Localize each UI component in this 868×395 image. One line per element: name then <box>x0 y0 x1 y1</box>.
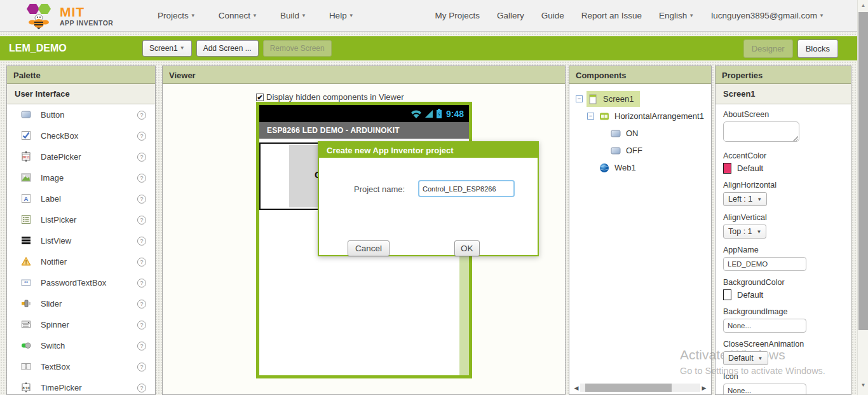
scroll-down-icon[interactable]: ▼ <box>858 382 868 388</box>
tree-node-on[interactable]: ON <box>573 125 709 142</box>
link-gallery[interactable]: Gallery <box>497 11 524 20</box>
help-icon[interactable]: ? <box>137 216 146 225</box>
tree-node-off[interactable]: OFF <box>573 142 709 159</box>
tree-node-web1[interactable]: Web1 <box>573 159 709 176</box>
help-icon[interactable]: ? <box>137 279 146 288</box>
scroll-right-icon[interactable]: ▶ <box>700 385 708 391</box>
image-icon <box>21 172 32 183</box>
palette-item-label[interactable]: ALabel? <box>7 188 155 209</box>
tree-node-horizontalarrangement1[interactable]: −HorizontalArrangement1 <box>573 107 709 125</box>
chevron-down-icon: ▼ <box>758 356 763 361</box>
palette-item-slider[interactable]: Slider? <box>7 293 155 314</box>
color-swatch[interactable] <box>723 289 731 300</box>
palette-item-listpicker[interactable]: ListPicker? <box>7 209 155 230</box>
palette-item-checkbox[interactable]: CheckBox? <box>7 125 155 146</box>
link-my-projects[interactable]: My Projects <box>435 11 480 20</box>
help-icon[interactable]: ? <box>137 384 146 392</box>
palette-item-switch[interactable]: Switch? <box>7 335 155 356</box>
help-icon[interactable]: ? <box>137 153 146 162</box>
screen-selector-dropdown[interactable]: Screen1▼ <box>142 40 192 57</box>
property-aboutscreen-textarea[interactable] <box>723 121 799 142</box>
remove-screen-button: Remove Screen <box>263 40 332 57</box>
tree-node-screen1[interactable]: −Screen1 <box>573 90 709 107</box>
palette-item-timepicker[interactable]: 8:10TimePicker? <box>7 377 155 395</box>
checkbox-icon <box>21 130 32 141</box>
property-icon-input[interactable] <box>723 384 806 395</box>
menu-connect[interactable]: Connect▼ <box>219 11 257 20</box>
slider-icon <box>21 298 32 309</box>
properties-component-name: Screen1 <box>715 84 851 104</box>
palette-item-spinner[interactable]: Spinner? <box>7 314 155 335</box>
property-backgroundimage-input[interactable] <box>723 319 806 333</box>
color-value: Default <box>737 163 763 173</box>
palette-section-user-interface[interactable]: User Interface <box>7 84 155 104</box>
palette-item-label: ListView <box>41 236 137 246</box>
palette-item-image[interactable]: Image? <box>7 167 155 188</box>
phone-status-bar: 9:48 <box>259 105 469 122</box>
palette-item-button[interactable]: Button? <box>7 104 155 125</box>
color-swatch[interactable] <box>723 163 731 174</box>
palette-item-label: DatePicker <box>41 152 137 162</box>
menu-help[interactable]: Help▼ <box>329 11 354 20</box>
battery-icon <box>436 109 442 119</box>
top-navigation-bar: MIT APP INVENTOR Projects▼Connect▼Build▼… <box>0 0 857 32</box>
page-vertical-scrollbar[interactable]: ▲ ▼ <box>857 0 868 395</box>
language-menu[interactable]: English▼ <box>659 11 694 20</box>
scrollbar-thumb[interactable] <box>858 12 868 330</box>
property-appname-input[interactable] <box>723 257 806 271</box>
help-icon[interactable]: ? <box>137 321 146 329</box>
property-alignhorizontal-dropdown[interactable]: Left : 1▼ <box>723 192 767 206</box>
scroll-up-icon[interactable]: ▲ <box>858 3 868 8</box>
signal-strength-icon <box>424 109 433 118</box>
cancel-button[interactable]: Cancel <box>348 240 390 256</box>
components-horizontal-scrollbar[interactable]: ◀ ▶ <box>573 383 708 392</box>
link-report-issue[interactable]: Report an Issue <box>581 11 642 20</box>
help-icon[interactable]: ? <box>137 258 146 267</box>
property-alignvertical-dropdown[interactable]: Top : 1▼ <box>723 225 766 239</box>
listpicker-icon <box>21 214 32 225</box>
project-name-input[interactable] <box>418 180 515 197</box>
components-panel: Components −Screen1−HorizontalArrangemen… <box>569 66 712 395</box>
display-hidden-components-checkbox[interactable]: ✔ <box>256 94 264 101</box>
project-title: LEM_DEMO <box>9 43 142 54</box>
ok-button[interactable]: OK <box>454 240 480 256</box>
palette-item-label: Switch <box>41 341 137 350</box>
help-icon[interactable]: ? <box>137 111 146 120</box>
help-icon[interactable]: ? <box>137 363 146 371</box>
add-screen-button[interactable]: Add Screen ... <box>196 40 259 57</box>
svg-text:8:10: 8:10 <box>22 386 29 390</box>
help-icon[interactable]: ? <box>137 342 146 350</box>
palette-item-passwordtextbox[interactable]: **PasswordTextBox? <box>7 272 155 293</box>
link-guide[interactable]: Guide <box>541 11 564 20</box>
datepicker-icon: 2011 <box>21 151 32 162</box>
property-label: AboutScreen <box>723 110 843 119</box>
resize-grip-icon[interactable] <box>793 136 798 141</box>
scrollbar-track[interactable] <box>580 384 700 392</box>
blocks-toggle-button[interactable]: Blocks <box>797 39 838 58</box>
property-backgroundcolor: BackgroundColorDefault <box>723 278 843 300</box>
designer-toggle-button: Designer <box>743 39 793 58</box>
help-icon[interactable]: ? <box>137 132 146 141</box>
help-icon[interactable]: ? <box>137 195 146 204</box>
collapse-toggle-icon[interactable]: − <box>576 95 583 102</box>
menu-projects[interactable]: Projects▼ <box>158 11 196 20</box>
account-menu[interactable]: lucnguyen3895@gmail.com▼ <box>711 11 824 20</box>
help-icon[interactable]: ? <box>137 174 146 183</box>
phone-clock: 9:48 <box>446 109 464 119</box>
palette-item-label: Image <box>41 173 137 183</box>
property-closescreenanimation-dropdown[interactable]: Default▼ <box>723 351 768 365</box>
phone-app-title-bar: ESP8266 LED DEMO - ARDUINOKIT <box>259 122 469 139</box>
collapse-toggle-icon[interactable]: − <box>587 113 594 120</box>
menu-build[interactable]: Build▼ <box>280 11 306 20</box>
palette-item-notifier[interactable]: Notifier? <box>7 251 155 272</box>
palette-item-datepicker[interactable]: 2011DatePicker? <box>7 146 155 167</box>
button-icon <box>611 146 621 156</box>
palette-item-textbox[interactable]: TextBox? <box>7 356 155 377</box>
help-icon[interactable]: ? <box>137 300 146 308</box>
property-accentcolor: AccentColorDefault <box>723 151 843 174</box>
help-icon[interactable]: ? <box>137 237 146 246</box>
palette-item-listview[interactable]: ListView? <box>7 230 155 251</box>
scroll-left-icon[interactable]: ◀ <box>573 385 580 391</box>
scrollbar-thumb[interactable] <box>585 384 672 392</box>
property-label: Icon <box>723 372 843 381</box>
